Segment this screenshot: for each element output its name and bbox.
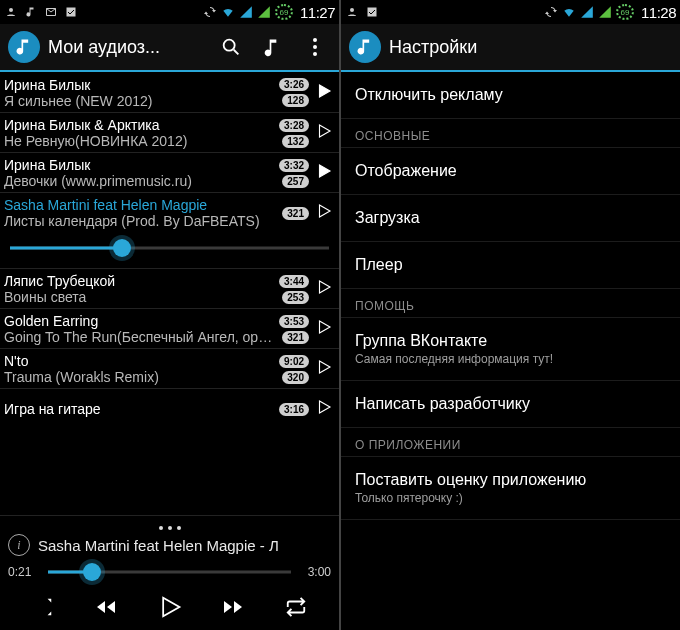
track-artist: Ирина Билык & Арктика [4, 117, 279, 133]
overflow-icon[interactable] [303, 35, 327, 59]
search-icon[interactable] [219, 35, 243, 59]
settings-item-label: Отключить рекламу [355, 86, 666, 104]
settings-item-label: Загрузка [355, 209, 666, 227]
now-playing-title: Sasha Martini feat Helen Magpie - Л [38, 537, 331, 554]
track-row[interactable]: Ирина БилыкЯ сильнее (NEW 2012)3:26128 [0, 72, 339, 112]
settings-item-label: Поставить оценку приложению [355, 471, 666, 489]
settings-section-header: ОСНОВНЫЕ [341, 119, 680, 148]
track-row[interactable]: Игра на гитаре3:16 [0, 388, 339, 428]
svg-point-0 [9, 8, 13, 12]
settings-section-header: ПОМОЩЬ [341, 289, 680, 318]
play-icon[interactable] [315, 162, 333, 184]
sync-icon [544, 5, 558, 19]
track-title: Going To The Run(Беспечный Ангел, оригин… [4, 329, 279, 345]
track-artist: Ирина Билык [4, 77, 279, 93]
track-row[interactable]: Sasha Martini feat Helen MagpieЛисты кал… [0, 192, 339, 232]
track-duration: 3:44 [279, 275, 309, 288]
track-title: Я сильнее (NEW 2012) [4, 93, 279, 109]
track-duration: 9:02 [279, 355, 309, 368]
track-duration: 3:32 [279, 159, 309, 172]
settings-section-header: О ПРИЛОЖЕНИИ [341, 428, 680, 457]
track-row[interactable]: Ирина БилыкДевочки (www.primemusic.ru)3:… [0, 152, 339, 192]
track-count: 128 [282, 94, 309, 107]
page-title: Настройки [389, 37, 674, 58]
settings-item-label: Плеер [355, 256, 666, 274]
play-icon[interactable] [315, 358, 333, 380]
svg-point-3 [350, 8, 354, 12]
app-icon[interactable] [8, 31, 40, 63]
play-icon[interactable] [315, 202, 333, 224]
mail-icon [44, 5, 58, 19]
svg-rect-1 [67, 8, 76, 17]
clock: 11:28 [641, 4, 676, 21]
play-button[interactable] [152, 590, 186, 624]
track-count: 132 [282, 135, 309, 148]
track-artist: Ирина Билык [4, 157, 279, 173]
user-icon [345, 5, 359, 19]
settings-item-label: Группа ВКонтакте [355, 332, 666, 350]
settings-item-sublabel: Самая последняя информация тут! [355, 352, 666, 366]
wifi-icon [221, 5, 235, 19]
info-icon[interactable]: i [8, 534, 30, 556]
now-playing-bar: i Sasha Martini feat Helen Magpie - Л 0:… [0, 515, 339, 630]
track-artist: N'to [4, 353, 279, 369]
track-duration: 3:28 [279, 119, 309, 132]
play-icon[interactable] [315, 122, 333, 144]
seek-slider[interactable] [48, 562, 291, 582]
app-icon[interactable] [349, 31, 381, 63]
track-row[interactable]: Ирина Билык & АрктикаНе Ревную(НОВИНКА 2… [0, 112, 339, 152]
battery-pct: 69 [275, 4, 293, 20]
next-button[interactable] [217, 591, 249, 623]
track-duration: 3:53 [279, 315, 309, 328]
signal-icon [239, 5, 253, 19]
track-artist: Sasha Martini feat Helen Magpie [4, 197, 282, 213]
signal2-icon [257, 5, 271, 19]
track-title: Не Ревную(НОВИНКА 2012) [4, 133, 279, 149]
settings-item[interactable]: Группа ВКонтактеСамая последняя информац… [341, 318, 680, 381]
track-artist: Игра на гитаре [4, 401, 279, 417]
settings-item-label: Отображение [355, 162, 666, 180]
settings-item-label: Написать разработчику [355, 395, 666, 413]
track-list[interactable]: Ирина БилыкЯ сильнее (NEW 2012)3:26128Ир… [0, 72, 339, 515]
track-duration: 3:26 [279, 78, 309, 91]
phone-right: 69 11:28 Настройки Отключить рекламуОСНО… [341, 0, 680, 630]
track-row[interactable]: N'toTrauma (Worakls Remix)9:02320 [0, 348, 339, 388]
settings-item[interactable]: Написать разработчику [341, 381, 680, 428]
track-count: 321 [282, 207, 309, 220]
track-count: 257 [282, 175, 309, 188]
actionbar: Настройки [341, 24, 680, 72]
check-icon [365, 5, 379, 19]
settings-item[interactable]: Отображение [341, 148, 680, 195]
page-title: Мои аудиоз... [48, 37, 219, 58]
elapsed-time: 0:21 [8, 565, 40, 579]
user-icon [4, 5, 18, 19]
settings-list[interactable]: Отключить рекламуОСНОВНЫЕОтображениеЗагр… [341, 72, 680, 630]
settings-item[interactable]: Отключить рекламу [341, 72, 680, 119]
settings-item[interactable]: Поставить оценку приложениюТолько пятеро… [341, 457, 680, 520]
prev-button[interactable] [90, 591, 122, 623]
more-icon[interactable] [8, 522, 331, 534]
track-count: 320 [282, 371, 309, 384]
clock: 11:27 [300, 4, 335, 21]
track-count: 321 [282, 331, 309, 344]
shuffle-button[interactable] [27, 591, 59, 623]
music-note-icon [24, 5, 38, 19]
battery-icon: 69 [616, 4, 634, 20]
track-title: Trauma (Worakls Remix) [4, 369, 279, 385]
signal-icon [580, 5, 594, 19]
actionbar: Мои аудиоз... [0, 24, 339, 72]
inline-seek-slider[interactable] [0, 232, 339, 268]
settings-item[interactable]: Загрузка [341, 195, 680, 242]
repeat-button[interactable] [280, 591, 312, 623]
track-row[interactable]: Golden EarringGoing To The Run(Беспечный… [0, 308, 339, 348]
play-icon[interactable] [315, 318, 333, 340]
play-icon[interactable] [315, 278, 333, 300]
library-icon[interactable] [261, 35, 285, 59]
svg-point-2 [224, 40, 235, 51]
play-icon[interactable] [315, 398, 333, 420]
sync-icon [203, 5, 217, 19]
play-icon[interactable] [315, 82, 333, 104]
settings-item[interactable]: Плеер [341, 242, 680, 289]
track-row[interactable]: Ляпис ТрубецкойВоины света3:44253 [0, 268, 339, 308]
battery-pct: 69 [616, 4, 634, 20]
